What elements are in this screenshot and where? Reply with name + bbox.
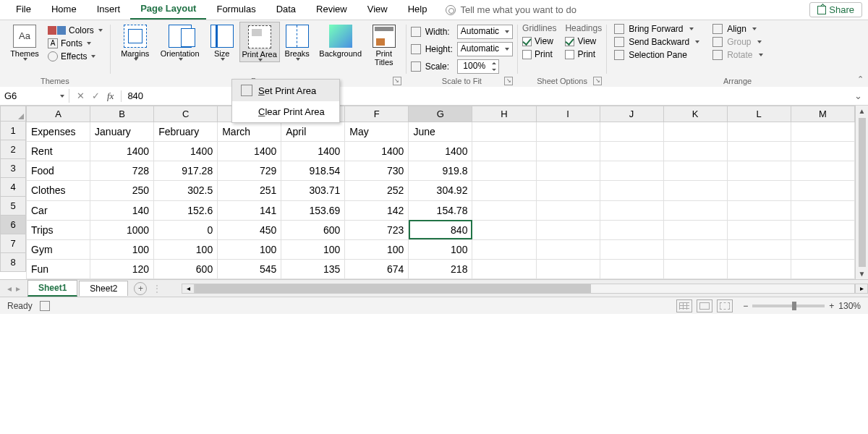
cell-L5[interactable]	[727, 200, 791, 220]
scroll-left-button[interactable]: ◂	[182, 284, 195, 294]
breaks-button[interactable]: Breaks	[280, 22, 315, 61]
cell-J6[interactable]	[600, 220, 663, 239]
scroll-thumb[interactable]	[859, 118, 866, 267]
hscroll-thumb[interactable]	[195, 284, 590, 293]
cell-E8[interactable]: 135	[281, 259, 345, 278]
tab-review[interactable]: Review	[306, 1, 357, 19]
cell-E2[interactable]: 1400	[281, 142, 345, 161]
cell-L3[interactable]	[727, 161, 791, 181]
row-header-4[interactable]: 4	[0, 178, 26, 197]
sheet-tab-1[interactable]: Sheet1	[27, 280, 77, 297]
cell-E3[interactable]: 918.54	[281, 161, 345, 181]
col-header-K[interactable]: K	[663, 106, 727, 122]
cell-F2[interactable]: 1400	[345, 142, 409, 161]
row-header-8[interactable]: 8	[0, 253, 26, 272]
size-button[interactable]: Size	[205, 22, 239, 61]
cell-G8[interactable]: 218	[409, 259, 472, 278]
row-header-3[interactable]: 3	[0, 159, 26, 178]
cell-D5[interactable]: 141	[218, 200, 281, 220]
sheet-options-launcher[interactable]: ↘	[593, 77, 602, 85]
zoom-in-button[interactable]: +	[829, 301, 834, 311]
cell-M2[interactable]	[791, 142, 854, 161]
cell-H6[interactable]	[472, 220, 536, 239]
cell-F7[interactable]: 100	[345, 239, 409, 259]
cell-H4[interactable]	[472, 181, 536, 200]
row-header-5[interactable]: 5	[0, 197, 26, 216]
expand-formula-bar-button[interactable]: ⌄	[848, 90, 868, 101]
tell-me-search[interactable]: Tell me what you want to do	[446, 4, 576, 15]
scale-launcher[interactable]: ↘	[504, 77, 513, 85]
cell-I4[interactable]	[536, 181, 600, 200]
send-backward-button[interactable]: Send Backward	[611, 36, 702, 48]
cell-A1[interactable]: Expenses	[27, 122, 90, 142]
cell-G5[interactable]: 154.78	[409, 200, 472, 220]
cell-M5[interactable]	[791, 200, 854, 220]
cell-H1[interactable]	[472, 122, 536, 142]
cell-K4[interactable]	[663, 181, 727, 200]
prev-sheet-button[interactable]: ◂	[7, 284, 12, 294]
cell-H5[interactable]	[472, 200, 536, 220]
cell-K5[interactable]	[663, 200, 727, 220]
effects-button[interactable]: Effects	[45, 51, 106, 62]
width-dropdown[interactable]: Automatic	[457, 25, 513, 39]
background-button[interactable]: Background	[315, 22, 367, 58]
cell-L7[interactable]	[727, 239, 791, 259]
orientation-button[interactable]: Orientation	[156, 22, 205, 61]
sheet-tab-2[interactable]: Sheet2	[79, 281, 128, 296]
cell-C4[interactable]: 302.5	[154, 181, 218, 200]
cell-M4[interactable]	[791, 181, 854, 200]
cell-F4[interactable]: 252	[345, 181, 409, 200]
page-setup-launcher[interactable]: ↘	[393, 77, 401, 85]
tab-file[interactable]: File	[6, 1, 41, 19]
enter-formula-button[interactable]: ✓	[92, 90, 100, 101]
cell-L6[interactable]	[727, 220, 791, 239]
col-header-C[interactable]: C	[154, 106, 218, 122]
cell-K7[interactable]	[663, 239, 727, 259]
cell-L4[interactable]	[727, 181, 791, 200]
cell-J7[interactable]	[600, 239, 663, 259]
row-header-1[interactable]: 1	[0, 122, 26, 140]
col-header-L[interactable]: L	[727, 106, 791, 122]
cell-M7[interactable]	[791, 239, 854, 259]
cell-C1[interactable]: February	[154, 122, 218, 142]
cell-A2[interactable]: Rent	[27, 142, 90, 161]
horizontal-scrollbar[interactable]: ◂ ▸	[182, 284, 868, 294]
height-dropdown[interactable]: Automatic	[457, 42, 513, 56]
insert-function-button[interactable]: fx	[107, 90, 114, 102]
scale-spinner[interactable]: 100%	[457, 59, 499, 74]
print-area-button[interactable]: Print Area	[239, 22, 280, 62]
cell-D1[interactable]: March	[218, 122, 281, 142]
cell-J8[interactable]	[600, 259, 663, 278]
headings-print-checkbox[interactable]: Print	[565, 49, 602, 59]
themes-button[interactable]: Themes	[4, 22, 45, 61]
cell-A3[interactable]: Food	[27, 161, 90, 181]
col-header-A[interactable]: A	[27, 106, 90, 122]
cell-J5[interactable]	[600, 200, 663, 220]
cell-D8[interactable]: 545	[218, 259, 281, 278]
scroll-right-button[interactable]: ▸	[855, 284, 868, 294]
cell-A6[interactable]: Trips	[27, 220, 90, 239]
cell-G1[interactable]: June	[409, 122, 472, 142]
margins-button[interactable]: Margins	[115, 22, 156, 61]
cell-I1[interactable]	[536, 122, 600, 142]
cell-G7[interactable]: 100	[409, 239, 472, 259]
cell-B7[interactable]: 100	[90, 239, 154, 259]
vertical-scrollbar[interactable]: ▲ ▼	[855, 106, 868, 279]
cell-L2[interactable]	[727, 142, 791, 161]
gridlines-print-checkbox[interactable]: Print	[522, 49, 556, 59]
cell-E5[interactable]: 153.69	[281, 200, 345, 220]
align-button[interactable]: Align	[710, 23, 765, 35]
cell-B8[interactable]: 120	[90, 259, 154, 278]
fonts-button[interactable]: A Fonts	[45, 38, 106, 49]
tab-split-handle[interactable]: ⋮	[147, 284, 167, 294]
tab-page-layout[interactable]: Page Layout	[130, 0, 206, 20]
colors-button[interactable]: Colors	[45, 25, 106, 36]
col-header-G[interactable]: G	[409, 106, 472, 122]
scroll-down-button[interactable]: ▼	[857, 268, 867, 279]
cell-F5[interactable]: 142	[345, 200, 409, 220]
cell-J4[interactable]	[600, 181, 663, 200]
cell-F3[interactable]: 730	[345, 161, 409, 181]
cancel-formula-button[interactable]: ✕	[77, 90, 85, 101]
cell-A5[interactable]: Car	[27, 200, 90, 220]
select-all-corner[interactable]	[0, 106, 26, 122]
